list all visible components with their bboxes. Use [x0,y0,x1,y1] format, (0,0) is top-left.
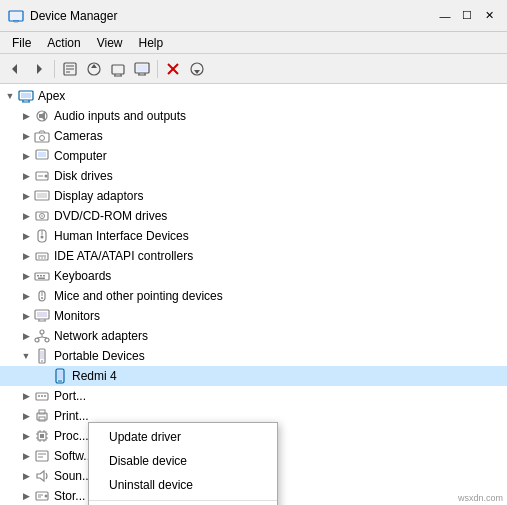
tree-item-display[interactable]: ▶ Display adaptors [0,186,507,206]
print-label: Print... [54,409,89,423]
tree-item-disk[interactable]: ▶ Disk drives [0,166,507,186]
expand-portable[interactable]: ▼ [18,346,34,366]
monitor-icon [34,308,50,324]
redmi-label: Redmi 4 [72,369,117,383]
svg-line-69 [42,337,47,338]
svg-point-58 [41,297,43,299]
svg-marker-5 [37,64,42,74]
close-button[interactable]: ✕ [479,6,499,26]
forward-button[interactable] [28,58,50,80]
svg-point-64 [40,330,44,334]
proc-icon [34,428,50,444]
svg-point-45 [41,236,44,239]
tree-item-cameras[interactable]: ▶ Cameras [0,126,507,146]
phone-icon [52,368,68,384]
tree-item-keyboards[interactable]: ▶ Keyboards [0,266,507,286]
keyboard-icon [34,268,50,284]
expand-root[interactable]: ▼ [2,86,18,106]
svg-point-42 [41,215,43,217]
network-icon [34,328,50,344]
context-menu-disable-device[interactable]: Disable device [89,449,277,473]
display-label: Display adaptors [54,189,143,203]
menu-action[interactable]: Action [39,34,88,52]
portable-icon [34,348,50,364]
tree-item-mice[interactable]: ▶ Mice and other pointing devices [0,286,507,306]
expand-computer[interactable]: ▶ [18,146,34,166]
minimize-button[interactable]: — [435,6,455,26]
stor-label: Stor... [54,489,85,503]
camera-icon [34,128,50,144]
expand-sound[interactable]: ▶ [18,466,34,486]
svg-point-32 [40,136,45,141]
expand-ide[interactable]: ▶ [18,246,34,266]
svg-point-78 [41,395,43,397]
svg-point-77 [38,395,40,397]
print-icon [34,408,50,424]
computer-icon [18,88,34,104]
svg-rect-53 [40,275,42,277]
svg-rect-52 [37,275,39,277]
main-content: ▼ Apex ▶ Audio inputs and outputs ▶ [0,84,507,505]
svg-rect-3 [14,21,18,23]
expand-redmi: ▶ [36,366,52,386]
expand-port[interactable]: ▶ [18,386,34,406]
properties-button[interactable] [59,58,81,80]
sound-label: Soun... [54,469,92,483]
expand-proc[interactable]: ▶ [18,426,34,446]
expand-network[interactable]: ▶ [18,326,34,346]
tree-item-ide[interactable]: ▶ IDE ATA/ATAPI controllers [0,246,507,266]
disk-icon [34,168,50,184]
context-menu-uninstall-device[interactable]: Uninstall device [89,473,277,497]
expand-print[interactable]: ▶ [18,406,34,426]
menu-file[interactable]: File [4,34,39,52]
update-button[interactable] [83,58,105,80]
expand-mice[interactable]: ▶ [18,286,34,306]
toolbar-sep-1 [54,60,55,78]
menu-view[interactable]: View [89,34,131,52]
dvd-label: DVD/CD-ROM drives [54,209,167,223]
menu-help[interactable]: Help [131,34,172,52]
tree-item-audio[interactable]: ▶ Audio inputs and outputs [0,106,507,126]
tree-item-portable[interactable]: ▼ Portable Devices [0,346,507,366]
delete-button[interactable] [162,58,184,80]
tree-item-port[interactable]: ▶ Port... [0,386,507,406]
svg-point-36 [45,175,48,178]
tree-item-hid[interactable]: ▶ Human Interface Devices [0,226,507,246]
mice-label: Mice and other pointing devices [54,289,223,303]
computer-label: Computer [54,149,107,163]
maximize-button[interactable]: ☐ [457,6,477,26]
tree-item-network[interactable]: ▶ Network adapters [0,326,507,346]
tree-item-computer[interactable]: ▶ Computer [0,146,507,166]
proc-label: Proc... [54,429,89,443]
expand-stor[interactable]: ▶ [18,486,34,505]
watermark: wsxdn.com [458,493,503,503]
expand-audio[interactable]: ▶ [18,106,34,126]
driver-button[interactable] [107,58,129,80]
svg-marker-4 [12,64,17,74]
svg-rect-26 [21,93,31,98]
svg-marker-11 [91,64,97,68]
expand-keyboards[interactable]: ▶ [18,266,34,286]
expand-cameras[interactable]: ▶ [18,126,34,146]
window-controls: — ☐ ✕ [435,6,499,26]
expand-disk[interactable]: ▶ [18,166,34,186]
expand-monitors[interactable]: ▶ [18,306,34,326]
expand-soft[interactable]: ▶ [18,446,34,466]
portable-label: Portable Devices [54,349,145,363]
audio-icon [34,108,50,124]
expand-display[interactable]: ▶ [18,186,34,206]
svg-rect-17 [137,65,147,71]
svg-rect-75 [57,371,63,379]
tree-root[interactable]: ▼ Apex [0,86,507,106]
monitor-button[interactable] [131,58,153,80]
context-menu-update-driver[interactable]: Update driver [89,425,277,449]
tree-item-dvd[interactable]: ▶ DVD/CD-ROM drives [0,206,507,226]
tree-item-redmi[interactable]: ▶ Redmi 4 [0,366,507,386]
tree-item-monitors[interactable]: ▶ Monitors [0,306,507,326]
back-button[interactable] [4,58,26,80]
svg-point-48 [38,257,40,259]
scan-button[interactable] [186,58,208,80]
expand-hid[interactable]: ▶ [18,226,34,246]
expand-dvd[interactable]: ▶ [18,206,34,226]
svg-point-50 [44,257,46,259]
